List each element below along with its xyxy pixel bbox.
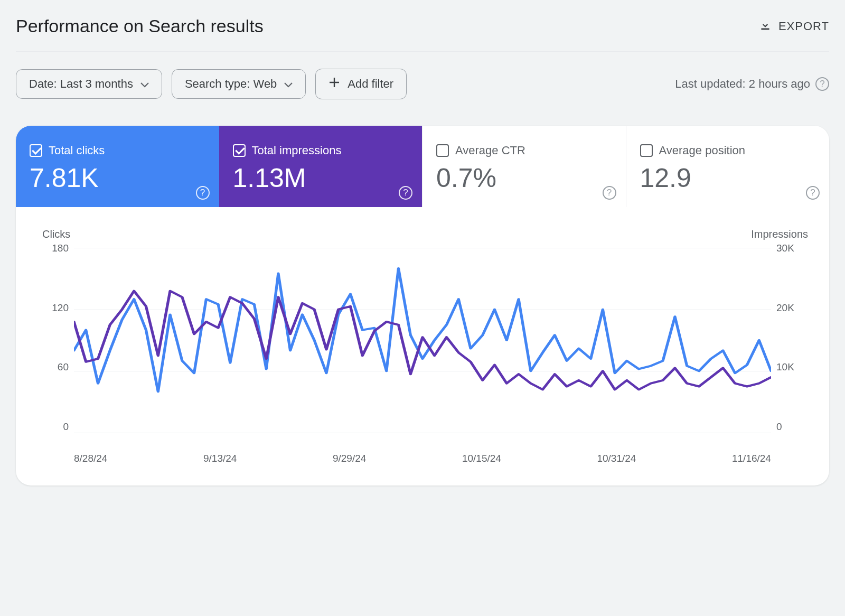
x-tick: 8/28/24	[74, 453, 107, 464]
left-axis-label: Clicks	[42, 228, 70, 240]
export-label: EXPORT	[778, 20, 829, 33]
metric-value: 1.13M	[233, 163, 409, 193]
right-axis-label: Impressions	[751, 228, 808, 240]
help-icon[interactable]: ?	[603, 186, 616, 200]
metric-value: 0.7%	[436, 163, 612, 193]
y-tick: 0	[42, 421, 69, 433]
header: Performance on Search results EXPORT	[16, 16, 829, 52]
y-axis-left: 180 120 60 0	[42, 242, 69, 443]
export-button[interactable]: EXPORT	[758, 18, 829, 35]
help-icon[interactable]: ?	[806, 186, 820, 200]
date-filter-chip[interactable]: Date: Last 3 months	[16, 69, 162, 99]
metric-total-clicks[interactable]: Total clicks 7.81K ?	[16, 126, 219, 207]
help-icon[interactable]: ?	[399, 186, 412, 200]
chevron-down-icon	[140, 77, 149, 91]
metric-label: Average CTR	[455, 144, 525, 157]
x-tick: 10/31/24	[597, 453, 636, 464]
x-tick: 9/13/24	[203, 453, 237, 464]
chart-area: Clicks Impressions 180 120 60 0 30K 20K …	[16, 207, 829, 486]
plus-icon	[328, 77, 340, 91]
add-filter-label: Add filter	[348, 77, 393, 91]
metric-label: Total impressions	[252, 144, 342, 157]
last-updated: Last updated: 2 hours ago ?	[675, 77, 829, 91]
y-tick: 30K	[776, 242, 808, 254]
y-tick: 180	[42, 242, 69, 254]
metric-average-ctr[interactable]: Average CTR 0.7% ?	[422, 126, 626, 207]
x-axis: 8/28/24 9/13/24 9/29/24 10/15/24 10/31/2…	[42, 443, 808, 464]
help-icon[interactable]: ?	[196, 186, 210, 200]
performance-card: Total clicks 7.81K ? Total impressions 1…	[16, 126, 829, 486]
metric-label: Average position	[659, 144, 746, 157]
search-type-label: Search type: Web	[185, 77, 277, 91]
chart-plot[interactable]	[74, 248, 771, 433]
y-tick: 0	[776, 421, 808, 433]
checkbox-checked-icon	[233, 144, 246, 157]
add-filter-button[interactable]: Add filter	[315, 69, 407, 99]
checkbox-unchecked-icon	[640, 144, 653, 157]
page-title: Performance on Search results	[16, 16, 264, 36]
metric-label: Total clicks	[49, 144, 105, 157]
metric-value: 7.81K	[30, 163, 205, 193]
y-axis-right: 30K 20K 10K 0	[776, 242, 808, 443]
search-type-filter-chip[interactable]: Search type: Web	[172, 69, 306, 99]
y-tick: 120	[42, 302, 69, 314]
help-icon[interactable]: ?	[815, 77, 829, 91]
metric-tabs: Total clicks 7.81K ? Total impressions 1…	[16, 126, 829, 207]
last-updated-text: Last updated: 2 hours ago	[675, 77, 810, 91]
chevron-down-icon	[284, 77, 293, 91]
svg-rect-0	[761, 28, 769, 30]
y-tick: 60	[42, 361, 69, 373]
download-icon	[758, 18, 772, 35]
metric-average-position[interactable]: Average position 12.9 ?	[626, 126, 830, 207]
date-filter-label: Date: Last 3 months	[29, 77, 133, 91]
x-tick: 10/15/24	[462, 453, 501, 464]
metric-value: 12.9	[640, 163, 816, 193]
metric-total-impressions[interactable]: Total impressions 1.13M ?	[219, 126, 422, 207]
checkbox-unchecked-icon	[436, 144, 449, 157]
filters-row: Date: Last 3 months Search type: Web Add…	[16, 52, 829, 126]
x-tick: 9/29/24	[333, 453, 366, 464]
y-tick: 10K	[776, 361, 808, 373]
x-tick: 11/16/24	[732, 453, 771, 464]
checkbox-checked-icon	[30, 144, 42, 157]
y-tick: 20K	[776, 302, 808, 314]
